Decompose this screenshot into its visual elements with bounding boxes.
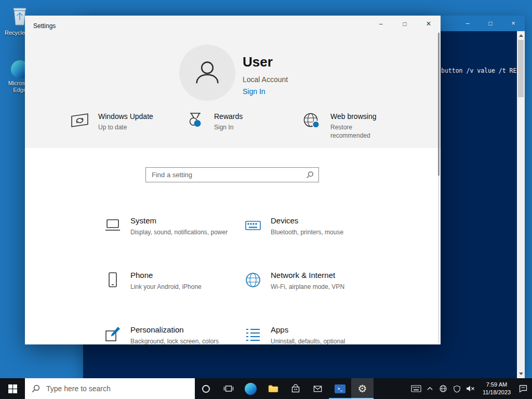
category-devices[interactable]: Devices Bluetooth, printers, mouse — [245, 216, 377, 237]
windows-logo-icon — [8, 384, 17, 393]
task-view-button[interactable] — [217, 378, 240, 399]
category-title: Apps — [271, 325, 368, 334]
quick-windows-update[interactable]: Windows Update Up to date — [69, 112, 153, 132]
taskbar: >_ ⚙ — [0, 378, 532, 399]
category-personalization[interactable]: Personalization Background, lock screen,… — [104, 325, 237, 344]
devices-icon — [245, 217, 261, 234]
settings-taskbar-button[interactable]: ⚙ — [351, 378, 374, 399]
quick-item-status: Up to date — [98, 124, 153, 132]
apps-icon — [245, 326, 261, 343]
arrow-down-icon — [519, 373, 523, 375]
scroll-down-button[interactable] — [517, 370, 525, 378]
start-button[interactable] — [0, 378, 25, 399]
web-browsing-globe-icon — [301, 112, 322, 130]
microsoft-store-button[interactable] — [284, 378, 307, 399]
cortana-icon — [202, 385, 210, 393]
clock-date: 11/18/2023 — [477, 389, 516, 396]
user-account-type: Local Account — [243, 75, 288, 84]
security-status-button[interactable] — [450, 378, 463, 399]
shield-icon — [453, 385, 461, 393]
scrollbar-thumb[interactable] — [518, 40, 524, 97]
scrollbar-thumb[interactable] — [438, 33, 440, 176]
chevron-up-icon — [427, 385, 433, 392]
powershell-icon: >_ — [335, 384, 345, 393]
settings-scrollbar[interactable] — [438, 33, 440, 343]
taskbar-search-input[interactable] — [45, 384, 195, 393]
category-title: Phone — [130, 271, 228, 280]
personalization-icon — [104, 326, 121, 343]
category-desc: Link your Android, iPhone — [130, 283, 228, 291]
arrow-up-icon — [519, 34, 523, 37]
quick-web-browsing[interactable]: Web browsing Restore recommended — [301, 112, 389, 140]
windows-update-icon — [69, 112, 90, 129]
folder-icon — [268, 383, 279, 394]
system-tray: 7:59 AM 11/18/2023 — [409, 378, 532, 399]
user-info: User Local Account Sign In — [243, 54, 288, 96]
task-view-icon — [223, 383, 234, 394]
cortana-button[interactable] — [195, 378, 217, 399]
category-desc: Background, lock screen, colors — [130, 337, 228, 344]
settings-search-input[interactable] — [151, 170, 306, 179]
category-desc: Wi-Fi, airplane mode, VPN — [271, 283, 368, 291]
maximize-button[interactable]: □ — [393, 16, 417, 32]
edge-taskbar-button[interactable] — [240, 378, 262, 399]
category-title: Devices — [271, 216, 368, 225]
maximize-button[interactable]: □ — [479, 16, 502, 31]
volume-muted-icon — [466, 384, 475, 393]
powershell-taskbar-button[interactable]: >_ — [329, 378, 351, 399]
store-bag-icon — [290, 383, 301, 394]
search-icon — [306, 171, 314, 179]
close-button[interactable]: × — [502, 16, 525, 31]
quick-item-title: Rewards — [214, 112, 243, 121]
rewards-icon — [185, 112, 206, 129]
clock-time: 7:59 AM — [477, 381, 516, 389]
settings-window: Settings – □ × User Local Account Sign I… — [25, 16, 441, 344]
category-title: Network & Internet — [271, 271, 368, 280]
terminal-output-text: button /v value /t RE — [441, 67, 516, 74]
volume-button[interactable] — [463, 378, 477, 399]
minimize-button[interactable]: – — [369, 16, 393, 32]
quick-item-title: Web browsing — [330, 112, 389, 121]
category-desc: Bluetooth, printers, mouse — [271, 228, 368, 237]
quick-item-status: Restore recommended — [330, 124, 389, 140]
action-center-icon — [518, 384, 528, 393]
taskbar-search-box[interactable] — [25, 378, 195, 399]
category-desc: Display, sound, notifications, power — [130, 228, 228, 237]
network-status-button[interactable] — [436, 378, 450, 399]
user-name: User — [243, 54, 288, 70]
touch-keyboard-button[interactable] — [409, 378, 423, 399]
mail-envelope-icon — [313, 384, 323, 394]
category-phone[interactable]: Phone Link your Android, iPhone — [104, 271, 237, 291]
quick-item-title: Windows Update — [98, 112, 153, 121]
tray-overflow-button[interactable] — [423, 378, 436, 399]
category-system[interactable]: System Display, sound, notifications, po… — [104, 216, 237, 237]
mail-button[interactable] — [307, 378, 329, 399]
phone-icon — [104, 272, 121, 288]
user-avatar — [179, 45, 235, 101]
network-globe-icon — [245, 272, 261, 288]
search-icon — [32, 384, 40, 393]
system-icon — [104, 217, 121, 234]
category-title: Personalization — [130, 325, 228, 334]
action-center-button[interactable] — [516, 378, 530, 399]
terminal-scrollbar[interactable] — [517, 31, 525, 378]
taskbar-clock[interactable]: 7:59 AM 11/18/2023 — [477, 381, 516, 396]
minimize-button[interactable]: – — [456, 16, 479, 31]
file-explorer-button[interactable] — [262, 378, 284, 399]
sign-in-link[interactable]: Sign In — [243, 87, 288, 96]
close-button[interactable]: × — [417, 16, 441, 32]
quick-rewards[interactable]: Rewards Sign In — [185, 112, 243, 132]
person-icon — [193, 58, 222, 87]
gear-icon: ⚙ — [358, 383, 367, 394]
keyboard-icon — [411, 385, 421, 392]
settings-search-box[interactable] — [145, 167, 319, 182]
window-title: Settings — [33, 22, 56, 30]
category-apps[interactable]: Apps Uninstall, defaults, optional — [245, 325, 377, 344]
category-title: System — [130, 216, 228, 225]
edge-icon — [245, 383, 257, 395]
scroll-up-button[interactable] — [517, 32, 525, 39]
network-globe-icon — [439, 384, 447, 393]
category-desc: Uninstall, defaults, optional — [271, 337, 368, 344]
window-controls: – □ × — [369, 16, 441, 32]
category-network-internet[interactable]: Network & Internet Wi-Fi, airplane mode,… — [245, 271, 377, 291]
